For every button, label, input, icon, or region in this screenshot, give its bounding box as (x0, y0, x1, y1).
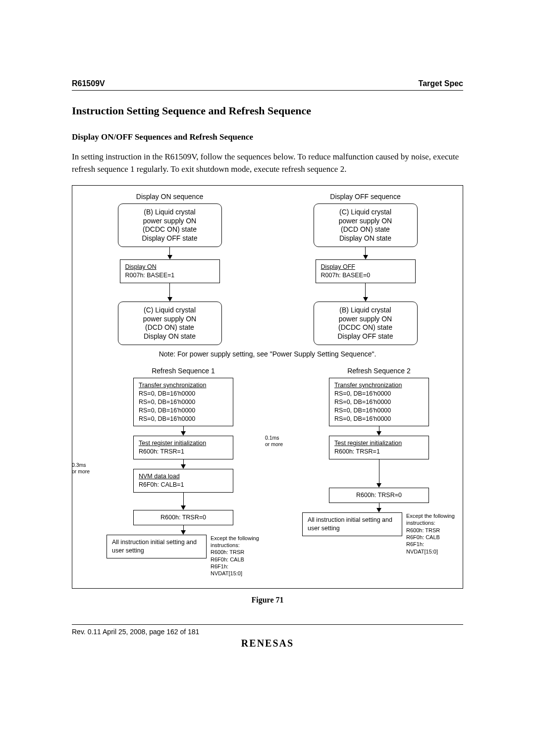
rs1-except-lines: R600h: TRSR R6F0h: CALB R6F1h: NVDAT[15:… (211, 549, 244, 576)
display-on-label: Display ON (125, 263, 157, 270)
refresh-seq-1: Refresh Sequence 1 0.3ms or more Transfe… (79, 365, 260, 577)
page-header: R61509V Target Spec (72, 79, 463, 91)
rs2-except-lines: R600h: TRSR R6F0h: CALB R6F1h: NVDAT[15:… (406, 527, 440, 554)
rs1-nvm-label: NVM data load (139, 473, 180, 480)
wait-0-3ms: 0.3ms or more (72, 462, 99, 474)
rs1-nvm-reg: R6F0h: CALB=1 (139, 481, 184, 488)
off-state-c: (C) Liquid crystal power supply ON (DCD … (314, 203, 418, 247)
display-off-instruction: Display OFF R007h: BASEE=0 (316, 259, 416, 283)
rs1-except-note: Except the following instructions: R600h… (211, 535, 260, 577)
revision-line: Rev. 0.11 April 25, 2008, page 162 of 18… (72, 628, 463, 636)
arrow-down-icon (181, 530, 186, 535)
display-off-register: R007h: BASEE=0 (321, 272, 371, 279)
arrow-down-icon (167, 255, 172, 259)
on-sequence-title: Display ON sequence (136, 193, 203, 201)
rs1-trsr0: R600h: TRSR=0 (133, 510, 233, 525)
section-title: Instruction Setting Sequence and Refresh… (72, 104, 463, 117)
arrow-down-icon (363, 255, 368, 259)
rs1-title: Refresh Sequence 1 (152, 367, 215, 375)
page: R61509V Target Spec Instruction Setting … (0, 0, 535, 679)
rs2-except-label: Except the following instructions: (406, 513, 455, 526)
rs2-all-inst: All instruction initial setting and user… (302, 512, 402, 536)
rs2-treg-reg: R600h: TRSR=1 (334, 448, 380, 455)
off-sequence-title: Display OFF sequence (330, 193, 400, 201)
rs1-all-inst: All instruction initial setting and user… (107, 535, 207, 558)
rs1-transfer-sync: Transfer synchronization RS=0, DB=16'h00… (133, 378, 233, 426)
arrow-down-icon (363, 297, 368, 302)
left-column: Display ON sequence (B) Liquid crystal p… (79, 193, 260, 345)
rs2-tsync-lines: RS=0, DB=16'h0000 RS=0, DB=16'h0000 RS=0… (334, 390, 391, 422)
arrow-down-icon (376, 483, 381, 488)
body-paragraph: In setting instruction in the R61509V, f… (72, 151, 463, 175)
on-state-c: (C) Liquid crystal power supply ON (DCD … (118, 302, 222, 345)
subsection-title: Display ON/OFF Sequences and Refresh Seq… (72, 132, 463, 142)
display-on-instruction: Display ON R007h: BASEE=1 (120, 259, 220, 283)
arrow-down-icon (181, 464, 186, 469)
arrow-down-icon (376, 508, 381, 512)
rs1-nvm-load: NVM data load R6F0h: CALB=1 (133, 469, 233, 493)
arrow-down-icon (181, 505, 186, 510)
rs1-treg-label: Test register initialization (139, 440, 206, 447)
rs1-tsync-lines: RS=0, DB=16'h0000 RS=0, DB=16'h0000 RS=0… (139, 390, 195, 422)
page-footer: Rev. 0.11 April 25, 2008, page 162 of 18… (72, 624, 463, 649)
product-name: R61509V (72, 79, 105, 88)
on-state-b: (B) Liquid crystal power supply ON (DCDC… (118, 203, 222, 247)
display-on-register: R007h: BASEE=1 (125, 272, 175, 279)
rs2-treg-label: Test register initialization (334, 440, 402, 447)
rs2-title: Refresh Sequence 2 (347, 367, 411, 375)
wait-0-1ms: 0.1ms or more (265, 435, 292, 447)
rs1-treg-reg: R600h: TRSR=1 (139, 448, 184, 455)
doc-type: Target Spec (419, 79, 463, 88)
figure-caption: Figure 71 (72, 596, 463, 605)
figure-note: Note: For power supply setting, see "Pow… (79, 350, 456, 358)
figure-71-diagram: Display ON sequence (B) Liquid crystal p… (72, 185, 463, 588)
rs1-test-reg-init: Test register initialization R600h: TRSR… (133, 436, 233, 459)
rs1-except-label: Except the following instructions: (211, 535, 259, 548)
display-off-label: Display OFF (321, 263, 355, 270)
rs2-trsr0: R600h: TRSR=0 (329, 488, 429, 503)
rs2-test-reg-init: Test register initialization R600h: TRSR… (329, 436, 429, 459)
right-column: Display OFF sequence (C) Liquid crystal … (275, 193, 456, 345)
rs2-tsync-label: Transfer synchronization (334, 382, 402, 389)
rs2-except-note: Except the following instructions: R600h… (406, 512, 456, 555)
arrow-down-icon (181, 431, 186, 436)
off-state-b: (B) Liquid crystal power supply ON (DCDC… (314, 302, 418, 345)
rs2-transfer-sync: Transfer synchronization RS=0, DB=16'h00… (329, 378, 429, 426)
refresh-seq-2: Refresh Sequence 2 0.1ms or more Transfe… (275, 365, 456, 555)
arrow-down-icon (376, 431, 381, 436)
arrow-down-icon (167, 297, 172, 302)
brand-logo: RENESAS (72, 638, 463, 649)
rs1-tsync-label: Transfer synchronization (139, 382, 206, 389)
